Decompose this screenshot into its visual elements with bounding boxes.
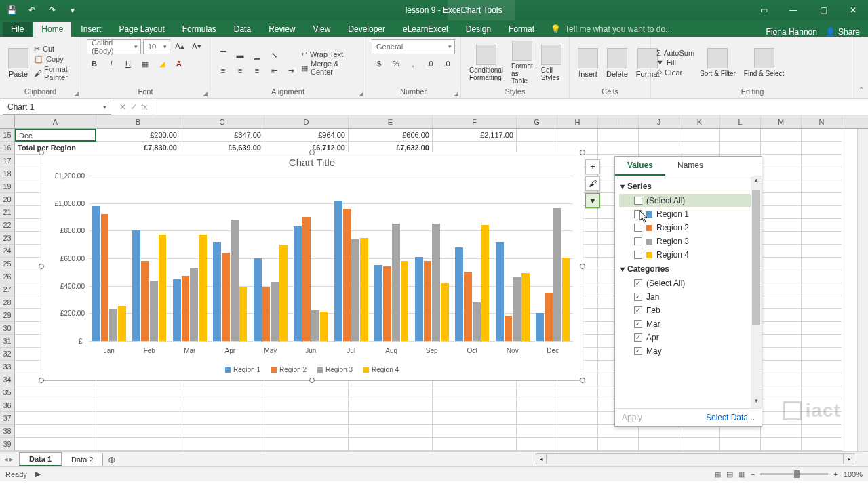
col-header[interactable]: K xyxy=(679,115,720,128)
bar[interactable] xyxy=(182,276,190,341)
cell[interactable] xyxy=(802,283,842,296)
cell[interactable] xyxy=(802,438,842,451)
cell[interactable] xyxy=(679,129,720,142)
cell[interactable] xyxy=(598,142,639,155)
align-middle-icon[interactable]: ▬ xyxy=(233,48,248,62)
bold-button[interactable]: B xyxy=(87,57,102,70)
row-header[interactable]: 18 xyxy=(0,167,15,180)
user-name[interactable]: Fiona Hannon xyxy=(766,27,817,37)
cell[interactable] xyxy=(761,245,802,258)
row-header[interactable]: 36 xyxy=(0,399,15,412)
vertical-scrollbar[interactable] xyxy=(857,129,868,451)
filter-item-category[interactable]: ✓Apr xyxy=(619,331,757,344)
cell[interactable] xyxy=(598,438,639,451)
filter-item-series[interactable]: Region 4 xyxy=(619,248,757,262)
tab-formulas[interactable]: Formulas xyxy=(174,22,224,37)
cell[interactable] xyxy=(557,412,598,425)
bar[interactable] xyxy=(545,293,553,341)
row-header[interactable]: 20 xyxy=(0,193,15,206)
cell[interactable] xyxy=(264,399,349,412)
cell[interactable] xyxy=(15,438,96,451)
cell[interactable] xyxy=(557,129,598,142)
cell[interactable] xyxy=(802,180,842,193)
cell[interactable] xyxy=(761,270,802,283)
undo-icon[interactable]: ↶ xyxy=(24,3,39,18)
cell[interactable]: £606.00 xyxy=(349,129,433,142)
row-header[interactable]: 31 xyxy=(0,335,15,348)
bar[interactable] xyxy=(343,209,351,341)
qat-customize-icon[interactable]: ▾ xyxy=(65,3,80,18)
row-header[interactable]: 26 xyxy=(0,270,15,283)
cell[interactable] xyxy=(557,399,598,412)
cell[interactable] xyxy=(802,167,842,180)
cell[interactable] xyxy=(802,335,842,348)
cell-styles-button[interactable]: Cell Styles xyxy=(538,43,564,83)
delete-cells-button[interactable]: Delete xyxy=(604,47,631,79)
close-icon[interactable]: ✕ xyxy=(838,0,868,20)
cell[interactable] xyxy=(96,425,180,438)
cell[interactable] xyxy=(180,412,264,425)
col-header[interactable]: E xyxy=(349,115,433,128)
align-right-icon[interactable]: ≡ xyxy=(250,64,264,77)
bar[interactable] xyxy=(159,235,167,341)
chart-elements-button[interactable]: + xyxy=(585,159,600,174)
cell[interactable] xyxy=(349,438,433,451)
col-header[interactable]: I xyxy=(598,115,639,128)
row-header[interactable]: 35 xyxy=(0,386,15,399)
maximize-icon[interactable]: ▢ xyxy=(808,0,838,20)
cell[interactable] xyxy=(802,425,842,438)
decrease-indent-icon[interactable]: ⇤ xyxy=(267,64,281,77)
autosum-button[interactable]: ΣAutoSum xyxy=(656,49,694,57)
filter-section-series[interactable]: ▾Series xyxy=(619,179,757,194)
bar[interactable] xyxy=(374,265,382,341)
conditional-formatting-button[interactable]: Conditional Formatting xyxy=(467,43,506,83)
row-header[interactable]: 23 xyxy=(0,232,15,245)
cell[interactable]: £964.00 xyxy=(264,129,349,142)
sheet-nav-prev-icon[interactable]: ◂ xyxy=(4,455,8,464)
cell[interactable] xyxy=(761,155,802,167)
filter-item-series[interactable]: Region 1 xyxy=(619,207,757,221)
number-launcher-icon[interactable]: ◢ xyxy=(454,90,458,97)
minimize-icon[interactable]: — xyxy=(778,0,808,20)
filter-item-series[interactable]: Region 3 xyxy=(619,235,757,248)
bar[interactable] xyxy=(271,282,279,341)
row-header[interactable]: 19 xyxy=(0,180,15,193)
cell[interactable] xyxy=(349,412,433,425)
col-header[interactable]: A xyxy=(15,115,96,128)
bar[interactable] xyxy=(392,224,400,341)
col-header[interactable]: H xyxy=(557,115,598,128)
horizontal-scrollbar[interactable]: ◂▸ xyxy=(536,453,854,464)
col-header[interactable]: F xyxy=(433,115,517,128)
col-header[interactable]: D xyxy=(264,115,349,128)
bar[interactable] xyxy=(383,266,391,341)
cell[interactable] xyxy=(517,412,557,425)
filter-item-select-all-categories[interactable]: ✓(Select All) xyxy=(619,277,757,290)
bar[interactable] xyxy=(222,253,230,341)
row-header[interactable]: 30 xyxy=(0,322,15,335)
cell[interactable] xyxy=(761,373,802,386)
row-header[interactable]: 17 xyxy=(0,155,15,167)
resize-handle[interactable] xyxy=(39,264,44,269)
cell[interactable] xyxy=(802,245,842,258)
cell[interactable] xyxy=(15,386,96,399)
align-center-icon[interactable]: ≡ xyxy=(233,64,248,77)
worksheet-grid[interactable]: A B C D E F G H I J K L M N 15 Dec £200.… xyxy=(0,115,868,451)
bar[interactable] xyxy=(311,310,319,341)
cell[interactable] xyxy=(802,270,842,283)
filter-item-select-all-series[interactable]: (Select All) xyxy=(619,194,757,207)
cell[interactable] xyxy=(557,438,598,451)
bar[interactable] xyxy=(141,261,149,341)
resize-handle[interactable] xyxy=(580,264,585,269)
cell[interactable] xyxy=(761,167,802,180)
cell[interactable] xyxy=(802,373,842,386)
bar[interactable] xyxy=(513,277,521,341)
font-family-combo[interactable]: Calibri (Body) xyxy=(87,39,141,54)
align-left-icon[interactable]: ≡ xyxy=(216,64,231,77)
bar[interactable] xyxy=(262,287,271,341)
cell[interactable]: Dec xyxy=(15,129,96,142)
row-header[interactable]: 33 xyxy=(0,361,15,373)
collapse-ribbon-icon[interactable]: ˄ xyxy=(854,37,868,98)
plot-area[interactable]: £-£200.00£400.00£600.00£800.00£1,000.00£… xyxy=(89,176,573,341)
bar[interactable] xyxy=(92,206,100,341)
bar[interactable] xyxy=(424,261,432,341)
